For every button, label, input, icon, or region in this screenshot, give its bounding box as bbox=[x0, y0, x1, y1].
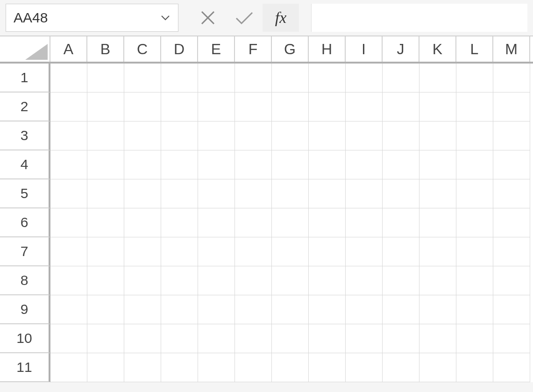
cell[interactable] bbox=[346, 324, 383, 353]
cell[interactable] bbox=[124, 324, 161, 353]
cell[interactable] bbox=[87, 266, 124, 295]
cell[interactable] bbox=[419, 208, 456, 237]
cell[interactable] bbox=[272, 237, 309, 266]
cell[interactable] bbox=[235, 208, 272, 237]
cell[interactable] bbox=[50, 121, 87, 150]
cell[interactable] bbox=[346, 121, 383, 150]
cell[interactable] bbox=[50, 266, 87, 295]
cell[interactable] bbox=[383, 150, 419, 179]
cell[interactable] bbox=[198, 93, 235, 121]
row-header[interactable]: 5 bbox=[0, 179, 50, 208]
cell[interactable] bbox=[50, 93, 87, 121]
cell[interactable] bbox=[235, 324, 272, 353]
cell[interactable] bbox=[419, 64, 456, 93]
cell[interactable] bbox=[235, 150, 272, 179]
enter-button[interactable] bbox=[226, 4, 263, 32]
cell[interactable] bbox=[272, 150, 309, 179]
formula-input[interactable] bbox=[311, 4, 527, 32]
cell[interactable] bbox=[346, 353, 383, 382]
cell[interactable] bbox=[272, 208, 309, 237]
cell[interactable] bbox=[87, 324, 124, 353]
cell[interactable] bbox=[272, 179, 309, 208]
cell[interactable] bbox=[198, 266, 235, 295]
cell[interactable] bbox=[419, 266, 456, 295]
row-header[interactable]: 10 bbox=[0, 324, 50, 353]
cell[interactable] bbox=[493, 266, 530, 295]
column-header[interactable]: K bbox=[419, 36, 456, 62]
cell[interactable] bbox=[161, 150, 198, 179]
cell[interactable] bbox=[198, 121, 235, 150]
cell[interactable] bbox=[50, 179, 87, 208]
cell[interactable] bbox=[456, 208, 493, 237]
cell[interactable] bbox=[493, 353, 530, 382]
column-header[interactable]: J bbox=[383, 36, 419, 62]
cell[interactable] bbox=[419, 295, 456, 324]
cell[interactable] bbox=[124, 150, 161, 179]
cell[interactable] bbox=[419, 237, 456, 266]
cell[interactable] bbox=[235, 353, 272, 382]
cell[interactable] bbox=[419, 353, 456, 382]
cell[interactable] bbox=[309, 353, 346, 382]
cell[interactable] bbox=[235, 237, 272, 266]
cell[interactable] bbox=[198, 179, 235, 208]
cell[interactable] bbox=[456, 150, 493, 179]
cell[interactable] bbox=[87, 179, 124, 208]
insert-function-button[interactable]: fx bbox=[263, 4, 299, 32]
cell[interactable] bbox=[198, 237, 235, 266]
cell[interactable] bbox=[383, 121, 419, 150]
cell[interactable] bbox=[124, 93, 161, 121]
cell[interactable] bbox=[50, 324, 87, 353]
cell[interactable] bbox=[87, 237, 124, 266]
cell[interactable] bbox=[456, 237, 493, 266]
cell[interactable] bbox=[383, 208, 419, 237]
row-header[interactable]: 1 bbox=[0, 64, 50, 93]
cell[interactable] bbox=[419, 324, 456, 353]
cell[interactable] bbox=[50, 295, 87, 324]
cell[interactable] bbox=[419, 150, 456, 179]
cell[interactable] bbox=[235, 295, 272, 324]
cell[interactable] bbox=[346, 266, 383, 295]
cell[interactable] bbox=[161, 93, 198, 121]
cell[interactable] bbox=[161, 353, 198, 382]
cell[interactable] bbox=[87, 295, 124, 324]
cancel-button[interactable] bbox=[190, 4, 226, 32]
cell[interactable] bbox=[383, 266, 419, 295]
cell[interactable] bbox=[419, 93, 456, 121]
cell[interactable] bbox=[309, 121, 346, 150]
column-header[interactable]: C bbox=[124, 36, 161, 62]
cell[interactable] bbox=[493, 208, 530, 237]
cell[interactable] bbox=[124, 353, 161, 382]
cell[interactable] bbox=[235, 64, 272, 93]
cell[interactable] bbox=[456, 121, 493, 150]
column-header[interactable]: G bbox=[272, 36, 309, 62]
cell[interactable] bbox=[346, 179, 383, 208]
row-header[interactable]: 3 bbox=[0, 121, 50, 150]
column-header[interactable]: I bbox=[346, 36, 383, 62]
cell[interactable] bbox=[309, 237, 346, 266]
cell[interactable] bbox=[272, 324, 309, 353]
cell[interactable] bbox=[309, 150, 346, 179]
cell[interactable] bbox=[235, 93, 272, 121]
cell[interactable] bbox=[309, 179, 346, 208]
column-header[interactable]: L bbox=[456, 36, 493, 62]
cell[interactable] bbox=[161, 295, 198, 324]
cell[interactable] bbox=[124, 295, 161, 324]
cell[interactable] bbox=[493, 64, 530, 93]
cell[interactable] bbox=[124, 266, 161, 295]
cell[interactable] bbox=[124, 237, 161, 266]
cell[interactable] bbox=[124, 179, 161, 208]
select-all-button[interactable] bbox=[0, 36, 50, 62]
cell[interactable] bbox=[50, 237, 87, 266]
cell[interactable] bbox=[383, 179, 419, 208]
cell[interactable] bbox=[272, 295, 309, 324]
cell[interactable] bbox=[346, 237, 383, 266]
column-header[interactable]: M bbox=[493, 36, 530, 62]
cell[interactable] bbox=[456, 266, 493, 295]
cell[interactable] bbox=[272, 353, 309, 382]
cell[interactable] bbox=[419, 121, 456, 150]
cell[interactable] bbox=[161, 64, 198, 93]
cell[interactable] bbox=[87, 208, 124, 237]
cell[interactable] bbox=[456, 353, 493, 382]
cell[interactable] bbox=[346, 150, 383, 179]
cell[interactable] bbox=[456, 93, 493, 121]
